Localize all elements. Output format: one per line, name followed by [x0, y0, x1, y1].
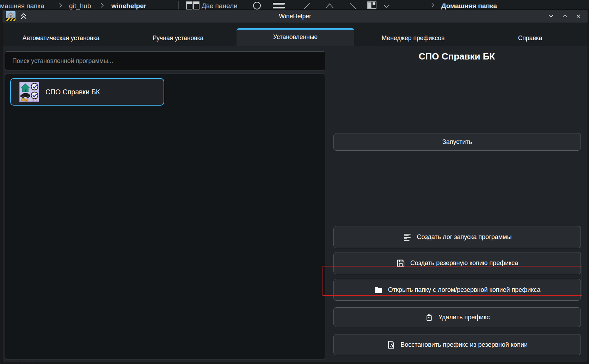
list-item-label: СПО Справки БК [45, 88, 100, 96]
screen: машняя папка git_hub winehelper Две пане… [0, 0, 589, 364]
tab-bar: Автоматическая установка Ручная установк… [2, 23, 588, 46]
breadcrumb-chevron-icon [59, 2, 63, 8]
open-folder-label: Открыть папку с логом/резервной копией п… [388, 286, 541, 294]
clipped-text-fragment: ~ git_hub/winehelper [9, 363, 58, 364]
spo-spravki-bk-app-icon: 2.5 [19, 82, 39, 102]
tab-manual-install[interactable]: Ручная установка [119, 30, 237, 46]
tab-prefix-manager[interactable]: Менеджер префиксов [354, 30, 472, 46]
back-icon[interactable] [302, 2, 312, 10]
installed-search-input[interactable] [5, 51, 325, 70]
breadcrumb-folder[interactable]: git_hub [69, 2, 91, 10]
close-icon [575, 12, 582, 20]
restore-prefix-label: Восстановить префикс из резервной копии [400, 341, 528, 349]
delete-prefix-button[interactable]: Удалить префикс [333, 307, 581, 327]
titlebar[interactable]: WineHelper [2, 10, 588, 23]
delete-prefix-label: Удалить префикс [438, 314, 490, 321]
split-view-label[interactable]: Две панели [202, 2, 238, 10]
create-log-button[interactable]: Создать лог запуска программы [333, 226, 581, 248]
toolbar-separator [424, 1, 424, 10]
installed-programs-list: 2.5 СПО Справки БК [5, 74, 325, 359]
tab-help[interactable]: Справка [472, 30, 588, 46]
minimize-icon [547, 12, 555, 20]
create-backup-label: Создать резервную копию префикса [410, 259, 518, 267]
open-folder-button[interactable]: Открыть папку с логом/резервной копией п… [333, 279, 581, 301]
split-view-icon[interactable] [186, 1, 200, 10]
document-restore-icon [387, 340, 395, 349]
restore-prefix-button[interactable]: Восстановить префикс из резервной копии [333, 334, 581, 355]
forward-icon[interactable] [348, 2, 357, 10]
right-breadcrumb[interactable]: Домашняя папка [441, 2, 497, 10]
search-icon[interactable] [252, 1, 262, 10]
toolbar-separator [295, 1, 295, 10]
app-icon-version: 2.5 [32, 98, 37, 102]
breadcrumb-current[interactable]: winehelper [111, 2, 146, 10]
breadcrumb-chevron-icon [431, 2, 435, 8]
panel-layout-icon[interactable] [367, 1, 376, 9]
tab-installed[interactable]: Установленные [237, 28, 354, 46]
winehelper-window: WineHelper Автоматическая установка Ручн… [2, 10, 588, 362]
breadcrumb-clipped[interactable]: машняя папка [0, 2, 44, 10]
run-button-label: Запустить [442, 138, 472, 146]
close-button[interactable] [573, 12, 583, 21]
toolbar-separator [178, 1, 179, 10]
up-icon[interactable] [325, 3, 334, 8]
background-toolbar: машняя папка git_hub winehelper Две пане… [0, 0, 589, 10]
list-item-spo-spravki-bk[interactable]: 2.5 СПО Справки БК [10, 78, 164, 106]
breadcrumb-chevron-icon [100, 2, 104, 8]
floppy-save-icon [396, 259, 405, 268]
create-backup-button[interactable]: Создать резервную копию префикса [333, 252, 581, 274]
folder-icon [374, 285, 383, 294]
run-button[interactable]: Запустить [333, 133, 581, 151]
maximize-button[interactable] [560, 12, 570, 21]
maximize-icon [561, 12, 569, 20]
log-lines-icon [403, 233, 412, 242]
trash-icon [425, 313, 434, 322]
selected-program-title: СПО Справки БК [325, 51, 588, 62]
window-title: WineHelper [2, 10, 588, 23]
chevron-down-icon[interactable] [383, 4, 390, 8]
background-statusbar-clipped: ~ git_hub/winehelper [0, 362, 589, 364]
hamburger-menu-icon[interactable] [272, 2, 286, 10]
tab-auto-install[interactable]: Автоматическая установка [2, 30, 119, 46]
create-log-label: Создать лог запуска программы [417, 233, 512, 241]
minimize-button[interactable] [546, 12, 556, 21]
